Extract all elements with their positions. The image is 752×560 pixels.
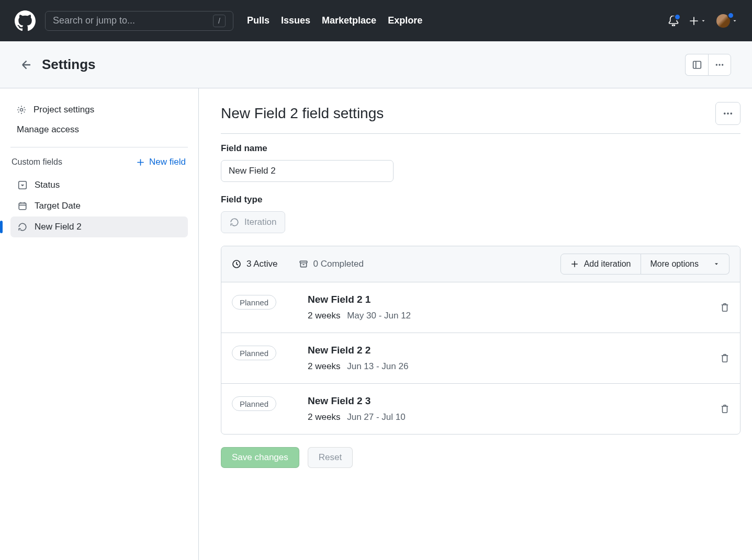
new-field-label: New field [149, 157, 186, 167]
sidebar-item-project-settings[interactable]: Project settings [10, 100, 188, 120]
nav-link-explore[interactable]: Explore [388, 15, 422, 26]
field-name-input[interactable] [221, 160, 394, 182]
sidebar-item-label: Project settings [33, 105, 94, 115]
nav-link-issues[interactable]: Issues [281, 15, 310, 26]
back-button[interactable] [21, 59, 33, 71]
delete-iteration-button[interactable] [720, 404, 729, 414]
svg-rect-0 [693, 61, 701, 68]
field-item-target-date[interactable]: Target Date [10, 196, 188, 216]
github-logo-icon[interactable] [15, 10, 36, 31]
svg-rect-15 [300, 261, 307, 262]
svg-rect-7 [19, 203, 26, 209]
delete-iteration-button[interactable] [720, 353, 729, 363]
field-type-display: Iteration [221, 211, 285, 233]
settings-sidebar: Project settings Manage access Custom fi… [0, 88, 199, 560]
svg-point-4 [722, 64, 723, 65]
field-type-group: Field type Iteration [221, 195, 740, 233]
user-menu[interactable] [716, 14, 737, 28]
iteration-dates: May 30 - Jun 12 [347, 311, 411, 321]
sidebar-section-title: Custom fields [12, 157, 62, 167]
iteration-dates: Jun 13 - Jun 26 [347, 361, 408, 371]
search-box[interactable]: / [45, 11, 233, 31]
field-name-group: Field name [221, 143, 740, 182]
calendar-icon [18, 201, 27, 211]
plus-icon [570, 260, 579, 268]
iterations-header: 3 Active 0 Completed Add iteration More … [221, 246, 740, 282]
field-item-label: Target Date [35, 201, 81, 211]
iteration-name: New Field 2 1 [308, 294, 689, 305]
field-item-status[interactable]: Status [10, 175, 188, 196]
main-layout: Project settings Manage access Custom fi… [0, 88, 752, 560]
top-nav-right [668, 14, 737, 28]
iteration-status-badge: Planned [232, 396, 276, 411]
caret-down-icon [732, 18, 737, 24]
kebab-horizontal-icon [723, 108, 733, 119]
arrow-left-icon [21, 59, 33, 71]
iteration-name: New Field 2 2 [308, 345, 689, 356]
iteration-row: Planned New Field 2 1 2 weeks May 30 - J… [221, 282, 740, 333]
search-input[interactable] [53, 15, 213, 26]
iteration-row: Planned New Field 2 3 2 weeks Jun 27 - J… [221, 384, 740, 434]
svg-point-13 [730, 112, 732, 115]
field-item-label: Status [35, 180, 60, 190]
delete-iteration-button[interactable] [720, 303, 729, 312]
add-iteration-button[interactable]: Add iteration [560, 254, 641, 275]
more-menu-button[interactable] [708, 54, 731, 76]
iteration-actions: Add iteration More options [560, 254, 729, 275]
iteration-info: New Field 2 1 2 weeks May 30 - Jun 12 [308, 294, 689, 321]
plus-icon [689, 16, 699, 26]
gear-icon [17, 105, 26, 115]
iteration-meta: 2 weeks May 30 - Jun 12 [308, 311, 689, 321]
panel-icon [692, 60, 702, 70]
completed-iterations-tab[interactable]: 0 Completed [299, 259, 364, 269]
iteration-meta: 2 weeks Jun 13 - Jun 26 [308, 361, 689, 372]
iteration-dates: Jun 27 - Jul 10 [347, 412, 406, 422]
iteration-icon [18, 222, 27, 232]
active-count-label: 3 Active [246, 259, 278, 269]
field-more-menu-button[interactable] [715, 102, 740, 125]
sidebar-divider [10, 147, 188, 147]
nav-link-pulls[interactable]: Pulls [247, 15, 270, 26]
trash-icon [720, 303, 729, 312]
plus-icon [136, 158, 145, 167]
top-nav: / Pulls Issues Marketplace Explore [0, 0, 752, 41]
sidebar-item-manage-access[interactable]: Manage access [10, 120, 188, 140]
avatar-status-dot-icon [727, 12, 734, 19]
sidebar-section-header: Custom fields New field [10, 157, 188, 175]
slash-key-hint: / [213, 15, 226, 27]
iteration-duration: 2 weeks [308, 361, 340, 371]
field-type-label: Field type [221, 195, 740, 205]
more-options-label: More options [650, 259, 699, 269]
field-item-new-field-2[interactable]: New Field 2 [10, 216, 188, 237]
completed-count-label: 0 Completed [313, 259, 364, 269]
nav-link-marketplace[interactable]: Marketplace [322, 15, 376, 26]
iteration-info: New Field 2 3 2 weeks Jun 27 - Jul 10 [308, 395, 689, 422]
settings-header: Settings [0, 41, 752, 88]
caret-down-icon [701, 18, 706, 24]
iteration-duration: 2 weeks [308, 311, 340, 321]
create-new-dropdown[interactable] [689, 16, 706, 26]
new-field-button[interactable]: New field [136, 157, 186, 167]
iterations-panel: 3 Active 0 Completed Add iteration More … [221, 246, 740, 435]
content-title: New Field 2 field settings [221, 105, 384, 122]
svg-point-2 [716, 64, 717, 65]
iteration-meta: 2 weeks Jun 27 - Jul 10 [308, 412, 689, 422]
save-button[interactable]: Save changes [221, 447, 299, 468]
panel-toggle-button[interactable] [685, 54, 708, 76]
notifications-button[interactable] [668, 16, 679, 26]
caret-down-icon [713, 261, 720, 267]
top-nav-links: Pulls Issues Marketplace Explore [247, 15, 422, 26]
page-title: Settings [42, 56, 96, 73]
header-actions [685, 54, 731, 76]
iteration-duration: 2 weeks [308, 412, 340, 422]
active-iterations-tab[interactable]: 3 Active [232, 259, 278, 269]
field-type-value: Iteration [244, 217, 276, 227]
archive-icon [299, 259, 308, 269]
iteration-row: Planned New Field 2 2 2 weeks Jun 13 - J… [221, 333, 740, 384]
reset-button[interactable]: Reset [308, 447, 353, 468]
iteration-name: New Field 2 3 [308, 395, 689, 407]
iteration-status-badge: Planned [232, 295, 276, 310]
more-options-button[interactable]: More options [641, 254, 730, 275]
trash-icon [720, 353, 729, 363]
iteration-info: New Field 2 2 2 weeks Jun 13 - Jun 26 [308, 345, 689, 372]
